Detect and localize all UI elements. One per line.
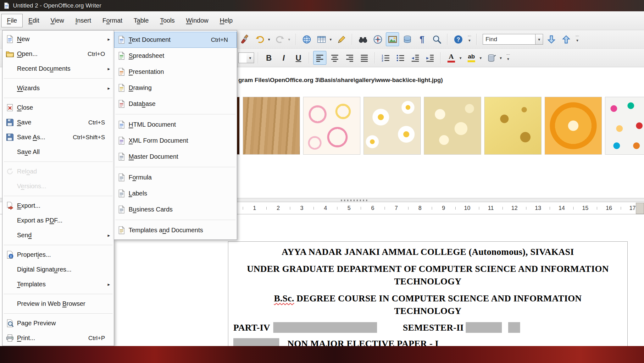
file-menu-item-close[interactable]: Close: [3, 100, 114, 115]
gallery-thumb-cheese[interactable]: [484, 97, 541, 155]
undo-button[interactable]: [253, 32, 266, 46]
background-color-dropdown-arrow[interactable]: ▾: [498, 51, 503, 65]
increase-indent-button[interactable]: [423, 51, 436, 65]
decrease-indent-icon: [410, 53, 420, 63]
menu-item-shortcut: Ctrl+O: [88, 51, 105, 58]
nonprinting-characters-button[interactable]: ¶: [415, 32, 429, 46]
menubar-item-file[interactable]: File: [1, 14, 23, 27]
gallery-thumb-confetti[interactable]: [605, 97, 644, 155]
new-submenu-item-drawing[interactable]: Drawing: [114, 80, 237, 96]
font-size-dropdown-arrow[interactable]: ▾: [247, 52, 254, 63]
standard-toolbar-overflow-button[interactable]: ▾: [466, 32, 473, 46]
menubar-item-format[interactable]: Format: [97, 14, 128, 27]
justify-button[interactable]: [358, 51, 371, 65]
menu-item-label: Close: [17, 104, 96, 111]
menubar-item-window[interactable]: Window: [180, 14, 214, 27]
font-size-combo[interactable]: [238, 52, 247, 63]
undo-dropdown-arrow[interactable]: ▾: [266, 32, 272, 46]
file-menu-item-templates[interactable]: Templates: [3, 277, 114, 292]
new-submenu-item-text-document[interactable]: Text DocumentCtrl+N: [114, 32, 237, 48]
align-center-button[interactable]: [328, 51, 341, 65]
gallery-thumb-pink-circles[interactable]: [303, 97, 360, 155]
menubar-item-tools[interactable]: Tools: [154, 14, 180, 27]
file-menu-item-send[interactable]: Send: [3, 228, 114, 243]
gallery-thumb-wood-grain[interactable]: [243, 97, 300, 155]
numbering-button[interactable]: 123: [379, 51, 392, 65]
file-menu-item-reload: Reload: [3, 164, 114, 179]
gallery-button[interactable]: [386, 32, 399, 46]
file-menu-item-wizards[interactable]: Wizards: [3, 81, 114, 96]
file-menu-item-export-as-pdf[interactable]: Export as PDF...: [3, 213, 114, 228]
file-menu-item-save-all[interactable]: Save All: [3, 145, 114, 159]
table-dropdown-arrow[interactable]: ▾: [328, 32, 333, 46]
file-menu-item-print[interactable]: Print...Ctrl+P: [3, 331, 114, 345]
draw-functions-button[interactable]: [335, 32, 348, 46]
new-submenu-item-spreadsheet[interactable]: Spreadsheet: [114, 48, 237, 64]
formatting-toolbar-overflow-button[interactable]: ▾: [505, 51, 511, 65]
find-next-button[interactable]: [545, 32, 558, 46]
italic-button[interactable]: I: [277, 51, 290, 65]
gallery-thumb-daisies[interactable]: [364, 97, 421, 155]
new-submenu-item-database[interactable]: Database: [114, 96, 237, 112]
file-menu-item-export[interactable]: Export...: [3, 198, 114, 213]
font-color-button[interactable]: A: [445, 51, 458, 65]
redo-button[interactable]: [273, 32, 286, 46]
new-submenu-item-master-document[interactable]: Master Document: [114, 149, 237, 165]
navigator-button[interactable]: [371, 32, 384, 46]
file-menu-item-save-as[interactable]: Save As...Ctrl+Shift+S: [3, 130, 114, 145]
gallery-thumb-orange-slice[interactable]: [545, 97, 602, 155]
menubar-item-view[interactable]: View: [45, 14, 70, 27]
file-menu-item-save[interactable]: SaveCtrl+S: [3, 115, 114, 130]
increase-indent-icon: [425, 53, 435, 63]
zoom-button[interactable]: [430, 32, 443, 46]
file-menu-item-new[interactable]: New: [3, 32, 114, 47]
bold-button[interactable]: B: [262, 51, 275, 65]
font-color-dropdown-arrow[interactable]: ▾: [458, 51, 463, 65]
new-submenu-item-business-cards[interactable]: Business Cards: [114, 201, 237, 217]
file-menu-item-digital-signatures[interactable]: Digital Signatures...: [3, 262, 114, 277]
file-menu: New Open...Ctrl+O Recent Documents Wizar…: [2, 30, 114, 346]
doc-part-semester-row: PART-IV SEMESTER-II: [233, 322, 622, 333]
file-menu-item-properties[interactable]: Properties...: [3, 247, 114, 262]
menu-item-label: Properties...: [17, 251, 96, 258]
gallery-thumb-popcorn[interactable]: [424, 97, 481, 155]
hyperlink-button[interactable]: [300, 32, 313, 46]
find-replace-button[interactable]: [356, 32, 369, 46]
data-sources-button[interactable]: [401, 32, 414, 46]
highlighting-button[interactable]: ab: [465, 51, 478, 65]
bullet-list-icon: [396, 53, 405, 63]
menubar-item-insert[interactable]: Insert: [70, 14, 97, 27]
new-submenu-item-templates-and-documents[interactable]: Templates and Documents: [114, 222, 237, 238]
find-toolbar-overflow-button[interactable]: ▾: [574, 32, 580, 46]
file-menu-item-page-preview[interactable]: Page Preview: [3, 316, 114, 331]
new-submenu-item-formula[interactable]: Formula: [114, 169, 237, 185]
find-dropdown-arrow[interactable]: ▾: [536, 34, 543, 45]
underline-button[interactable]: U: [292, 51, 305, 65]
find-input[interactable]: [483, 34, 536, 45]
menubar-item-help[interactable]: Help: [214, 14, 238, 27]
new-submenu-item-labels[interactable]: Labels: [114, 185, 237, 201]
align-left-button[interactable]: [313, 51, 326, 65]
new-submenu-item-html-document[interactable]: HTML Document: [114, 117, 237, 133]
decrease-indent-button[interactable]: [408, 51, 422, 65]
splitter-handle-icon[interactable]: [341, 200, 369, 201]
menubar-item-table[interactable]: Table: [128, 14, 154, 27]
new-submenu-item-presentation[interactable]: Presentation: [114, 64, 237, 80]
document-page[interactable]: AYYA NADAR JANAKI AMMAL COLLEGE (Autonom…: [228, 241, 628, 363]
new-submenu-item-xml-form-document[interactable]: XML Form Document: [114, 133, 237, 149]
file-menu-item-preview-in-web-browser[interactable]: Preview in Web Browser: [3, 296, 114, 311]
menubar-item-edit[interactable]: Edit: [23, 14, 45, 27]
menu-item-shortcut: Ctrl+S: [88, 119, 105, 126]
help-button[interactable]: [452, 32, 465, 46]
highlighting-dropdown-arrow[interactable]: ▾: [478, 51, 483, 65]
background-color-button[interactable]: [485, 51, 498, 65]
redo-dropdown-arrow[interactable]: ▾: [286, 32, 292, 46]
application-icon: [3, 2, 10, 9]
format-paintbrush-button[interactable]: [238, 32, 252, 46]
file-menu-item-recent-documents[interactable]: Recent Documents: [3, 61, 114, 76]
insert-table-button[interactable]: [315, 32, 328, 46]
file-menu-item-open[interactable]: Open...Ctrl+O: [3, 47, 114, 61]
find-previous-button[interactable]: [559, 32, 573, 46]
bullets-button[interactable]: [394, 51, 407, 65]
align-right-button[interactable]: [343, 51, 356, 65]
